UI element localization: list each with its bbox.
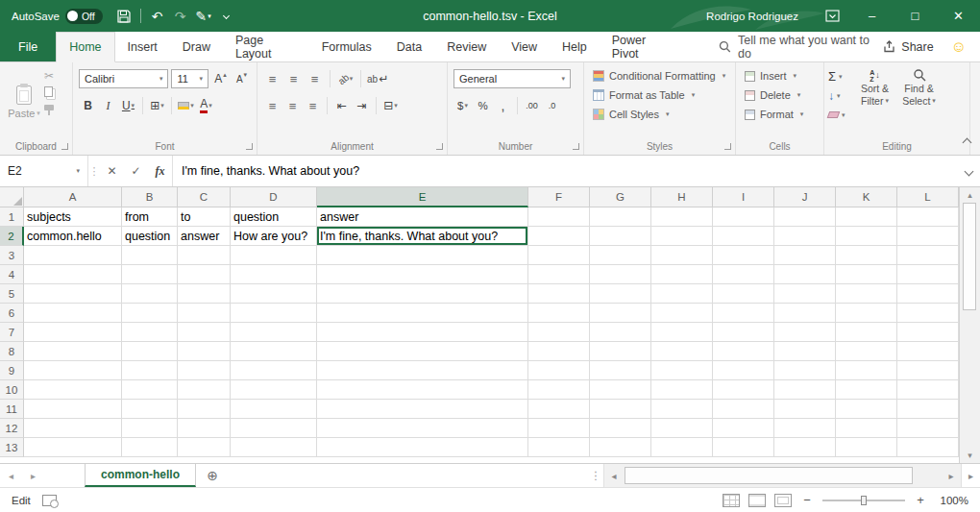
cell-C13[interactable] — [178, 438, 231, 457]
zoom-level[interactable]: 100% — [936, 495, 968, 506]
cell-I4[interactable] — [713, 265, 774, 284]
cell-K3[interactable] — [836, 246, 897, 265]
cell-J3[interactable] — [774, 246, 836, 265]
cell-K2[interactable] — [836, 227, 897, 246]
cell-G10[interactable] — [590, 380, 651, 400]
cell-H1[interactable] — [651, 207, 713, 227]
tab-help[interactable]: Help — [550, 32, 600, 61]
cell-K10[interactable] — [836, 380, 897, 400]
sheet-nav-right-icon[interactable]: ▸ — [22, 464, 44, 487]
cell-A7[interactable] — [24, 323, 122, 342]
zoom-slider[interactable] — [822, 500, 905, 501]
horizontal-scrollbar[interactable]: ◂ ▸ — [603, 464, 961, 487]
cell-E6[interactable] — [317, 304, 528, 323]
namebox-resize-handle-icon[interactable]: ⋮ — [88, 156, 100, 186]
increase-decimal-button[interactable]: .00 — [523, 95, 541, 116]
underline-button[interactable]: U▾ — [119, 95, 137, 116]
merge-center-button[interactable]: ⊟▾ — [381, 95, 400, 116]
macro-record-icon[interactable] — [42, 495, 57, 506]
cell-C3[interactable] — [178, 246, 231, 265]
undo-button[interactable]: ↶ — [146, 4, 169, 29]
minimize-button[interactable]: – — [850, 0, 894, 32]
cell-F9[interactable] — [528, 361, 590, 380]
align-right-button[interactable]: ≡ — [304, 95, 322, 116]
find-select-button[interactable]: Find & Select▾ — [897, 67, 942, 138]
page-layout-view-button[interactable] — [748, 494, 766, 507]
cell-F2[interactable] — [528, 227, 590, 246]
cell-G2[interactable] — [590, 227, 651, 246]
format-cells-button[interactable]: Format▾ — [740, 105, 820, 124]
cell-J10[interactable] — [774, 380, 836, 400]
cell-H2[interactable] — [651, 227, 713, 246]
cell-K9[interactable] — [836, 361, 897, 380]
cell-B13[interactable] — [122, 438, 178, 457]
cell-H8[interactable] — [651, 342, 713, 361]
row-header-11[interactable]: 11 — [0, 400, 24, 419]
cell-C5[interactable] — [178, 284, 231, 304]
cell-H10[interactable] — [651, 380, 713, 400]
cell-C7[interactable] — [178, 323, 231, 342]
cell-A5[interactable] — [24, 284, 122, 304]
decrease-indent-button[interactable]: ⇤ — [332, 95, 351, 116]
bold-button[interactable]: B — [79, 95, 97, 116]
increase-indent-button[interactable]: ⇥ — [353, 95, 371, 116]
row-header-2[interactable]: 2 — [0, 227, 24, 246]
accounting-format-button[interactable]: $▾ — [453, 95, 472, 116]
cell-L5[interactable] — [897, 284, 959, 304]
pen-mode-button[interactable]: ✎▾ — [192, 4, 215, 29]
cell-B10[interactable] — [122, 380, 178, 400]
paste-button[interactable]: Paste▾ — [4, 66, 44, 138]
scroll-down-icon[interactable]: ▾ — [968, 451, 972, 460]
cell-H6[interactable] — [651, 304, 713, 323]
close-button[interactable]: ✕ — [937, 0, 980, 32]
cell-F10[interactable] — [528, 380, 590, 400]
align-top-button[interactable]: ≡ — [263, 68, 282, 89]
font-name-select[interactable]: Calibri▾ — [79, 69, 168, 88]
column-header-E[interactable]: E — [317, 187, 528, 207]
comma-style-button[interactable]: , — [494, 95, 512, 116]
cell-G1[interactable] — [590, 207, 651, 227]
format-as-table-button[interactable]: Format as Table▾ — [588, 85, 731, 105]
normal-view-button[interactable] — [723, 494, 740, 507]
cell-H3[interactable] — [651, 246, 713, 265]
cell-B12[interactable] — [122, 419, 178, 438]
cell-D7[interactable] — [231, 323, 317, 342]
cell-A9[interactable] — [24, 361, 122, 380]
row-header-13[interactable]: 13 — [0, 438, 24, 457]
ribbon-display-options-button[interactable] — [814, 0, 850, 32]
cell-E7[interactable] — [317, 323, 528, 342]
borders-button[interactable]: ⊞▾ — [148, 95, 166, 116]
zoom-slider-thumb[interactable] — [861, 496, 867, 505]
customize-qat-button[interactable] — [215, 4, 238, 29]
cell-I7[interactable] — [713, 323, 774, 342]
decrease-decimal-button[interactable]: .0 — [543, 95, 561, 116]
cell-H9[interactable] — [651, 361, 713, 380]
cell-I13[interactable] — [713, 438, 774, 457]
cell-I3[interactable] — [713, 246, 774, 265]
cell-I2[interactable] — [713, 227, 774, 246]
cell-E3[interactable] — [317, 246, 528, 265]
number-format-select[interactable]: General▾ — [453, 69, 571, 88]
scroll-up-icon[interactable]: ▴ — [968, 190, 972, 200]
cell-B5[interactable] — [122, 284, 178, 304]
cell-G12[interactable] — [590, 419, 651, 438]
sheet-nav-left-icon[interactable]: ◂ — [0, 464, 22, 487]
cell-D12[interactable] — [231, 419, 317, 438]
cell-A13[interactable] — [24, 438, 122, 457]
cell-J9[interactable] — [774, 361, 836, 380]
horizontal-scroll-track[interactable] — [624, 464, 942, 487]
tab-draw[interactable]: Draw — [170, 32, 223, 61]
autosave-toggle[interactable]: Off — [65, 9, 103, 24]
cell-K1[interactable] — [836, 207, 897, 227]
cell-A6[interactable] — [24, 304, 122, 323]
styles-dialog-launcher-icon[interactable] — [724, 143, 731, 150]
cell-F8[interactable] — [528, 342, 590, 361]
cell-K7[interactable] — [836, 323, 897, 342]
vertical-scrollbar[interactable]: ▴ ▾ — [959, 187, 980, 463]
cell-F6[interactable] — [528, 304, 590, 323]
cell-J5[interactable] — [774, 284, 836, 304]
cell-J1[interactable] — [774, 207, 836, 227]
cell-G13[interactable] — [590, 438, 651, 457]
cell-G6[interactable] — [590, 304, 651, 323]
align-middle-button[interactable]: ≡ — [284, 68, 303, 89]
